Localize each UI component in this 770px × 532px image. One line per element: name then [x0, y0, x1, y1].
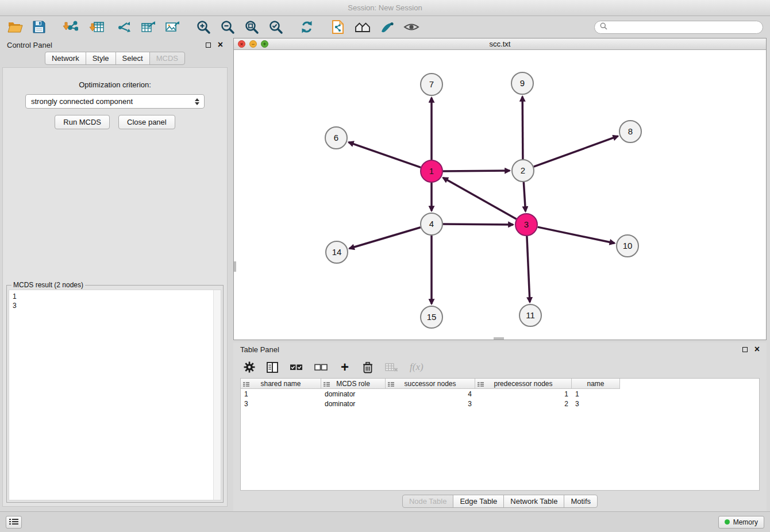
result-scrollbar[interactable]	[213, 290, 221, 500]
delete-table-icon	[385, 360, 398, 374]
table-cell[interactable]: 4	[386, 390, 475, 398]
zoom-fit-icon[interactable]	[244, 18, 260, 36]
optimization-criterion-select[interactable]: strongly connected component	[25, 94, 205, 109]
table-cell[interactable]: dominator	[321, 390, 386, 398]
minimize-window-icon[interactable]: −	[249, 40, 257, 48]
column-header-successor-nodes[interactable]: successor nodes	[386, 379, 475, 389]
select-all-icon[interactable]	[290, 360, 303, 374]
table-header-row: shared name MCDS role successor nodes pr…	[241, 379, 759, 389]
table-body: 1dominator4113dominator323	[241, 389, 759, 408]
window-title: Session: New Session	[348, 3, 422, 12]
search-input[interactable]	[611, 23, 757, 31]
tab-node-table[interactable]: Node Table	[402, 495, 454, 508]
horizontal-scrollbar[interactable]	[494, 337, 504, 340]
export-image-icon[interactable]	[164, 18, 180, 36]
column-header-name[interactable]: name	[572, 379, 620, 389]
graph-edge-1-2[interactable]	[443, 171, 510, 171]
close-panel-icon[interactable]: ×	[218, 40, 223, 49]
home-icon[interactable]	[354, 18, 371, 36]
graph-node-label-11: 11	[526, 310, 535, 320]
zoom-window-icon[interactable]: +	[261, 40, 268, 48]
search-box	[594, 21, 763, 34]
table-panel-title: Table Panel	[240, 345, 279, 354]
deselect-all-icon[interactable]	[314, 360, 328, 374]
table-cell[interactable]: 3	[386, 400, 475, 408]
style-brush-icon[interactable]	[379, 18, 395, 36]
memory-button[interactable]: Memory	[718, 516, 764, 529]
tab-mcds[interactable]: MCDS	[149, 52, 185, 65]
zoom-selected-icon[interactable]	[268, 18, 284, 36]
table-row[interactable]: 3dominator323	[241, 399, 759, 408]
show-panels-button[interactable]	[6, 516, 22, 529]
column-header-mcds-role[interactable]: MCDS role	[321, 379, 386, 389]
add-row-icon[interactable]: +	[339, 360, 351, 374]
column-header-icon	[243, 381, 249, 389]
graph-edge-3-11[interactable]	[527, 236, 530, 302]
network-document-icon[interactable]	[330, 18, 346, 36]
graph-edge-4-3[interactable]	[443, 224, 513, 225]
import-network-icon[interactable]	[62, 18, 78, 36]
column-header-icon	[388, 381, 394, 389]
graph-edge-1-6[interactable]	[349, 142, 421, 168]
close-table-panel-icon[interactable]: ×	[754, 345, 760, 354]
table-cell[interactable]: dominator	[321, 400, 386, 408]
table-toolbar: + f(x)	[233, 356, 767, 378]
tab-network-table[interactable]: Network Table	[503, 495, 564, 508]
memory-status-icon	[725, 519, 730, 525]
tab-motifs[interactable]: Motifs	[564, 495, 598, 508]
graph-node-label-10: 10	[623, 241, 633, 250]
graph-edge-4-14[interactable]	[349, 228, 421, 249]
close-panel-button[interactable]: Close panel	[118, 115, 175, 129]
export-table-icon[interactable]	[140, 18, 156, 36]
table-cell[interactable]: 2	[475, 400, 572, 408]
zoom-in-icon[interactable]	[195, 18, 211, 36]
column-header-shared-name[interactable]: shared name	[241, 379, 321, 389]
graph-edge-3-1[interactable]	[443, 178, 517, 219]
table-cell[interactable]: 1	[241, 390, 321, 398]
columns-icon[interactable]	[267, 360, 278, 374]
graph-svg: 7968124314101511	[234, 50, 766, 340]
gear-icon[interactable]	[244, 360, 255, 374]
table-cell[interactable]: 1	[572, 390, 620, 398]
table-row[interactable]: 1dominator411	[241, 389, 759, 399]
column-header-predecessor-nodes[interactable]: predecessor nodes	[475, 379, 572, 389]
tab-network[interactable]: Network	[45, 52, 86, 65]
tab-style[interactable]: Style	[86, 52, 116, 65]
table-tabbar: Node Table Edge Table Network Table Moti…	[233, 494, 767, 508]
refresh-icon[interactable]	[299, 18, 315, 36]
graph-edge-2-8[interactable]	[534, 136, 618, 167]
graph-edge-2-3[interactable]	[523, 182, 525, 211]
export-network-icon[interactable]	[116, 18, 132, 36]
result-line: 1	[13, 292, 209, 301]
zoom-out-icon[interactable]	[220, 18, 236, 36]
run-mcds-button[interactable]: Run MCDS	[55, 115, 110, 129]
close-window-icon[interactable]: ×	[238, 40, 245, 48]
table-cell[interactable]: 3	[241, 400, 321, 408]
open-file-icon[interactable]	[7, 18, 23, 36]
graph-edge-3-10[interactable]	[538, 227, 615, 243]
window-titlebar: Session: New Session	[0, 0, 770, 16]
vertical-scrollbar[interactable]	[234, 261, 236, 272]
delete-row-icon[interactable]	[362, 360, 374, 374]
table-cell[interactable]: 1	[475, 390, 572, 398]
result-line: 3	[13, 301, 209, 310]
import-table-icon[interactable]	[88, 18, 105, 36]
mcds-result-area: 13	[9, 290, 221, 500]
tab-select[interactable]: Select	[116, 52, 150, 65]
network-window-title: scc.txt	[234, 40, 766, 48]
float-table-panel-icon[interactable]	[742, 347, 748, 352]
mcds-result-list: 13	[9, 290, 213, 500]
float-panel-icon[interactable]	[206, 43, 211, 48]
mcds-panel-body: Optimization criterion: strongly connect…	[2, 67, 228, 507]
graph-edge-2-9[interactable]	[522, 97, 523, 159]
list-icon	[9, 517, 18, 527]
graph-node-label-4: 4	[429, 219, 434, 229]
graph-node-label-6: 6	[334, 133, 338, 142]
selected-criterion: strongly connected component	[31, 97, 194, 106]
eye-icon[interactable]	[403, 18, 419, 36]
graph-node-label-3: 3	[524, 219, 529, 229]
save-session-icon[interactable]	[31, 18, 47, 36]
tab-edge-table[interactable]: Edge Table	[453, 495, 504, 508]
network-canvas[interactable]: 7968124314101511	[234, 50, 766, 340]
table-cell[interactable]: 3	[572, 400, 620, 408]
